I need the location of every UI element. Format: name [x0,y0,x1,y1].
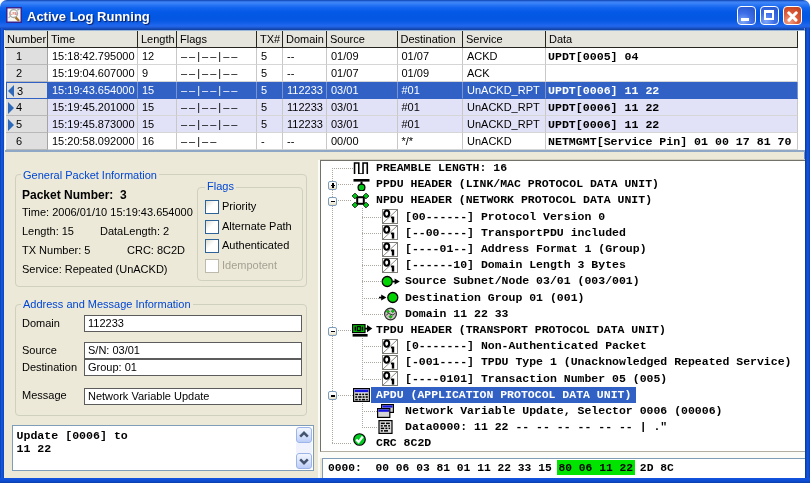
svg-text:LPA: LPA [10,12,17,16]
